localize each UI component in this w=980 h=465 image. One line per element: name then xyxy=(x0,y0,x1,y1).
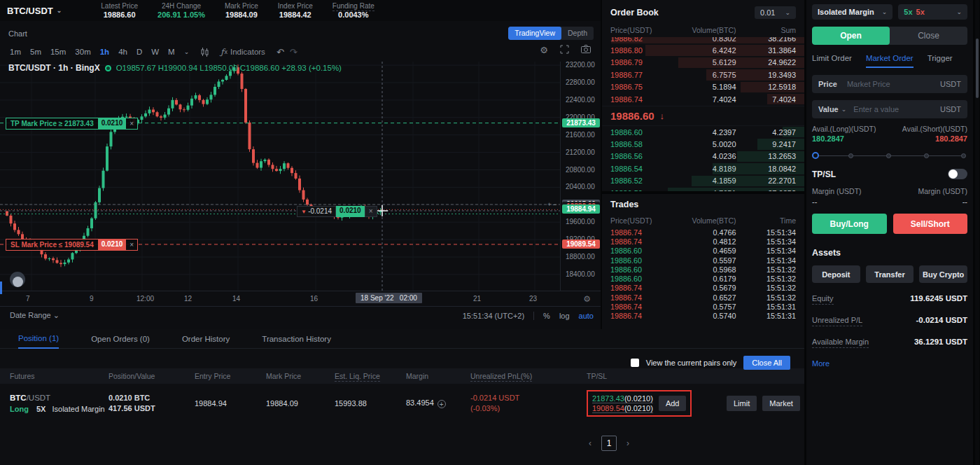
ask-row[interactable]: 19886.806.424231.3864 xyxy=(602,44,804,56)
ask-row[interactable]: 19886.795.612924.9622 xyxy=(602,57,804,69)
tab-open-orders[interactable]: Open Orders (0) xyxy=(91,329,150,349)
chevron-down-icon: ⌄ xyxy=(956,8,962,15)
page-number[interactable]: 1 xyxy=(601,436,617,451)
more-link[interactable]: More xyxy=(812,359,967,368)
symbol-selector[interactable]: BTC/USDT ⌄ xyxy=(0,6,71,16)
transfer-button[interactable]: Transfer xyxy=(866,265,914,283)
prev-page-icon[interactable]: ‹ xyxy=(589,438,592,448)
timeframe-W[interactable]: W xyxy=(151,48,159,56)
timeframe-15m[interactable]: 15m xyxy=(50,48,66,56)
redo-icon[interactable]: ↷ xyxy=(290,47,298,57)
chevron-down-icon[interactable]: ⌄ xyxy=(184,48,190,55)
close-icon[interactable]: × xyxy=(126,239,138,251)
value-mode-dropdown[interactable]: Value xyxy=(818,105,839,113)
candlestick-chart[interactable]: + – xyxy=(0,62,560,291)
page-scrollbar[interactable] xyxy=(975,0,979,465)
timeframe-30m[interactable]: 30m xyxy=(75,48,90,56)
ask-row[interactable]: 19886.776.757519.3493 xyxy=(602,69,804,81)
log-scale-button[interactable]: log xyxy=(559,312,570,320)
auto-scale-button[interactable]: auto xyxy=(579,312,594,320)
bid-row[interactable]: 19886.564.023613.2653 xyxy=(602,151,804,162)
tab-depth[interactable]: Depth xyxy=(561,27,594,40)
candle-style-icon[interactable] xyxy=(200,48,209,57)
limit-close-button[interactable]: Limit xyxy=(727,396,757,411)
trade-row[interactable]: 19886.600.617915:51:32 xyxy=(602,274,804,283)
tick-size-dropdown[interactable]: 0.01 ⌄ xyxy=(755,6,796,19)
bid-row[interactable]: 19886.585.00209.2417 xyxy=(602,138,804,150)
value-field[interactable]: Value ⌄ Enter a value USDT xyxy=(812,100,967,118)
date-range-selector[interactable]: Date Range ⌄ xyxy=(10,311,59,320)
timeframe-1h[interactable]: 1h xyxy=(100,48,109,56)
buy-long-button[interactable]: Buy/Long xyxy=(812,214,887,234)
current-pairs-label: View the current pairs only xyxy=(646,359,736,367)
position-leverage: 5X xyxy=(36,405,46,413)
undo-icon[interactable]: ↶ xyxy=(276,47,284,57)
slider-handle[interactable] xyxy=(812,152,819,159)
trade-row[interactable]: 19886.600.596815:51:32 xyxy=(602,265,804,274)
adjust-margin-icon[interactable]: + xyxy=(438,400,446,408)
bid-row[interactable]: 19886.544.818918.0842 xyxy=(602,162,804,174)
add-tpsl-button[interactable]: Add xyxy=(659,396,687,411)
ask-row[interactable]: 19886.755.189412.5918 xyxy=(602,81,804,93)
tab-limit-order[interactable]: Limit Order xyxy=(812,54,852,68)
margin-mode-dropdown[interactable]: Isolated Margin ⌄ xyxy=(812,4,892,20)
last-price-row: 19886.60 ↓ xyxy=(602,106,804,126)
price-badge: 19089.54 xyxy=(562,240,600,249)
position-order-tag[interactable]: ▼ -0.0214 0.0210 × xyxy=(297,206,377,217)
tpsl-highlight-box: 21873.43(0.0210) 19089.54(0.0210) Add xyxy=(587,390,692,417)
fullscreen-icon[interactable] xyxy=(560,45,569,56)
timeframe-M[interactable]: M xyxy=(168,48,175,56)
percent-scale-button[interactable]: % xyxy=(543,312,550,320)
close-icon[interactable]: × xyxy=(365,206,377,217)
trade-row[interactable]: 19886.740.574015:51:31 xyxy=(602,312,804,321)
price-axis[interactable]: 23200.0022800.0022400.0022000.0021600.00… xyxy=(560,62,601,291)
market-close-button[interactable]: Market xyxy=(762,396,800,411)
tab-trigger[interactable]: Trigger xyxy=(927,54,953,68)
tab-market-order[interactable]: Market Order xyxy=(866,54,913,68)
tp-value-link[interactable]: 21873.43 xyxy=(592,394,624,403)
tab-position[interactable]: Position (1) xyxy=(18,329,59,349)
next-page-icon[interactable]: › xyxy=(626,438,629,448)
ask-row[interactable]: 19886.820.830238.2166 xyxy=(602,37,804,44)
snapshot-camera-icon[interactable] xyxy=(581,45,591,56)
axis-gear-icon[interactable]: ⚙ xyxy=(583,294,591,304)
trade-row[interactable]: 19886.740.476615:51:34 xyxy=(602,228,804,237)
close-all-button[interactable]: Close All xyxy=(743,356,790,370)
settings-gear-icon[interactable]: ⚙ xyxy=(540,45,548,56)
current-pairs-checkbox[interactable] xyxy=(631,359,639,367)
trade-row[interactable]: 19886.740.481215:51:34 xyxy=(602,237,804,246)
bid-row[interactable]: 19886.504.765127.0352 xyxy=(602,187,804,191)
divider xyxy=(533,312,534,320)
ask-row[interactable]: 19886.747.40247.4024 xyxy=(602,93,804,105)
time-axis[interactable]: 7912:0012141619212318 Sep '22 02:00 ⚙ xyxy=(0,291,601,306)
timeframe-4h[interactable]: 4h xyxy=(118,48,127,56)
timeframe-D[interactable]: D xyxy=(136,48,142,56)
bid-row[interactable]: 19886.524.185922.2701 xyxy=(602,175,804,187)
trade-row[interactable]: 19886.740.567915:51:32 xyxy=(602,284,804,293)
trade-row[interactable]: 19886.600.559715:51:34 xyxy=(602,256,804,265)
sl-value-link[interactable]: 19089.54 xyxy=(592,404,624,413)
indicators-button[interactable]: ƒx Indicators xyxy=(220,47,265,57)
tab-transaction-history[interactable]: Transaction History xyxy=(262,329,331,349)
tab-tradingview[interactable]: TradingView xyxy=(508,27,561,40)
bid-row[interactable]: 19886.604.23974.2397 xyxy=(602,126,804,138)
close-icon[interactable]: × xyxy=(126,118,138,130)
trade-row[interactable]: 19886.740.575715:51:31 xyxy=(602,302,804,311)
sl-line-flag[interactable]: SL Mark Price ≤ 19089.54 0.0210 × xyxy=(6,239,138,251)
buy-crypto-button[interactable]: Buy Crypto xyxy=(919,265,967,283)
timeframe-1m[interactable]: 1m xyxy=(10,48,21,56)
tpsl-toggle[interactable] xyxy=(948,169,967,179)
trade-row[interactable]: 19886.600.465915:51:34 xyxy=(602,247,804,256)
open-tab[interactable]: Open xyxy=(812,27,890,45)
price-field[interactable]: Price Market Price USDT xyxy=(812,75,967,93)
sell-short-button[interactable]: Sell/Short xyxy=(893,214,968,234)
trade-row[interactable]: 19886.740.652715:51:32 xyxy=(602,293,804,302)
leverage-dropdown[interactable]: 5x5x ⌄ xyxy=(898,4,967,20)
tp-line-flag[interactable]: TP Mark Price ≥ 21873.43 0.0210 × xyxy=(6,118,138,130)
tab-order-history[interactable]: Order History xyxy=(182,329,230,349)
positions-tabs: Position (1) Open Orders (0) Order Histo… xyxy=(0,329,804,349)
amount-slider[interactable] xyxy=(812,152,967,160)
timeframe-5m[interactable]: 5m xyxy=(30,48,41,56)
deposit-button[interactable]: Deposit xyxy=(812,265,860,283)
close-tab[interactable]: Close xyxy=(890,27,967,45)
